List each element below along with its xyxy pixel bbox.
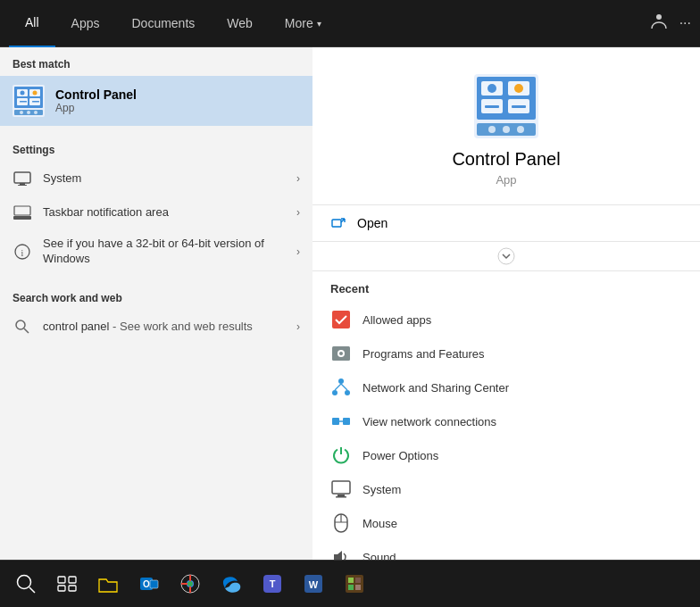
settings-section: Settings System › Taskbar notification a… (0, 126, 312, 274)
settings-item-taskbar[interactable]: Taskbar notification area › (0, 195, 312, 229)
list-item[interactable]: Network and Sharing Center (312, 370, 700, 404)
svg-rect-51 (332, 418, 339, 425)
search-web-item[interactable]: control panel - See work and web results… (0, 310, 312, 344)
recent-label: Recent (312, 282, 700, 303)
svg-rect-67 (58, 586, 65, 591)
tab-web[interactable]: Web (211, 0, 269, 47)
left-panel: Best match (0, 47, 312, 607)
list-item[interactable]: Power Options (312, 438, 700, 472)
taskbar-word-button[interactable]: W (295, 565, 332, 603)
svg-text:T: T (270, 578, 276, 589)
tab-apps[interactable]: Apps (55, 0, 116, 47)
svg-rect-66 (69, 577, 76, 583)
network-sharing-label: Network and Sharing Center (362, 381, 509, 395)
collapse-button[interactable] (312, 242, 700, 271)
allowed-apps-label: Allowed apps (362, 313, 431, 327)
taskbar-minecraft-button[interactable] (336, 565, 373, 603)
taskbar-search-button[interactable] (7, 565, 45, 603)
chevron-right-icon-3: › (296, 245, 300, 258)
search-web-section: Search work and web control panel - See … (0, 274, 312, 344)
list-item[interactable]: View network connections (312, 404, 700, 438)
svg-point-39 (517, 126, 524, 133)
taskbar: O T W (0, 560, 700, 607)
system-label-r: System (362, 483, 401, 496)
network-connections-icon (330, 411, 352, 432)
power-options-label: Power Options (362, 449, 438, 462)
system-icon (330, 478, 352, 500)
top-navigation: All Apps Documents Web More ▾ ··· (0, 0, 700, 47)
svg-rect-15 (14, 172, 30, 183)
svg-point-14 (34, 111, 38, 114)
bitness-label: See if you have a 32-bit or 64-bit versi… (43, 237, 296, 267)
tab-documents[interactable]: Documents (115, 0, 211, 47)
svg-point-33 (514, 84, 523, 93)
svg-rect-16 (20, 183, 25, 185)
svg-rect-19 (13, 216, 31, 220)
list-item[interactable]: Allowed apps (312, 303, 700, 337)
svg-rect-80 (348, 578, 354, 583)
nav-action-icons: ··· (651, 13, 691, 33)
svg-rect-68 (69, 586, 76, 591)
person-icon[interactable] (651, 13, 667, 33)
chevron-right-icon: › (296, 172, 300, 185)
recent-section: Recent Allowed apps Programs and Feature… (312, 271, 700, 607)
settings-item-bitness[interactable]: i See if you have a 32-bit or 64-bit ver… (0, 229, 312, 274)
svg-text:W: W (309, 579, 319, 590)
chevron-right-icon-2: › (296, 206, 300, 219)
svg-point-63 (18, 576, 31, 589)
taskbar-edge-button[interactable] (212, 565, 250, 603)
settings-label: Settings (0, 133, 312, 162)
svg-point-7 (21, 91, 25, 96)
svg-point-22 (16, 320, 25, 329)
list-item[interactable]: System (312, 472, 700, 506)
best-match-item[interactable]: Control Panel App (0, 76, 312, 126)
svg-rect-10 (32, 101, 39, 103)
tab-all[interactable]: All (9, 0, 55, 47)
svg-rect-18 (14, 206, 30, 215)
svg-point-47 (332, 390, 338, 395)
search-main: Best match (0, 47, 700, 607)
programs-icon (330, 343, 352, 364)
power-options-icon (330, 445, 352, 466)
svg-rect-52 (343, 418, 350, 425)
svg-point-12 (20, 111, 23, 114)
svg-rect-55 (338, 495, 345, 496)
open-button[interactable]: Open (312, 205, 700, 242)
list-item[interactable]: Programs and Features (312, 337, 700, 370)
svg-point-48 (345, 390, 350, 395)
svg-rect-34 (485, 105, 499, 108)
svg-rect-83 (355, 585, 361, 590)
control-panel-icon (12, 85, 45, 117)
chevron-right-icon-4: › (296, 320, 300, 333)
svg-rect-42 (332, 311, 350, 328)
svg-rect-65 (58, 577, 65, 583)
tab-more[interactable]: More ▾ (269, 0, 338, 47)
right-panel: Control Panel App Open Recent Allowed ap… (312, 47, 700, 607)
svg-point-46 (338, 378, 344, 384)
svg-rect-71 (150, 580, 158, 588)
network-sharing-icon (330, 377, 352, 398)
open-label: Open (357, 216, 388, 230)
svg-point-32 (488, 84, 496, 93)
list-item[interactable]: Mouse (312, 506, 700, 540)
svg-rect-40 (332, 220, 341, 227)
svg-rect-17 (18, 185, 27, 186)
taskbar-label: Taskbar notification area (43, 205, 296, 220)
programs-label: Programs and Features (362, 347, 485, 361)
taskbar-outlook-button[interactable]: O (130, 565, 168, 603)
ellipsis-icon[interactable]: ··· (679, 15, 691, 31)
taskbar-teams-button[interactable]: T (254, 565, 291, 603)
chevron-down-icon: ▾ (317, 19, 321, 29)
svg-text:i: i (21, 247, 24, 257)
mouse-icon (330, 512, 352, 534)
network-connections-label: View network connections (362, 415, 496, 428)
app-detail-title: Control Panel (452, 149, 560, 170)
settings-item-system[interactable]: System › (0, 162, 312, 195)
svg-rect-9 (20, 101, 27, 103)
taskbar-chrome-button[interactable] (171, 565, 209, 603)
taskbar-explorer-button[interactable] (89, 565, 127, 603)
app-detail-icon (474, 74, 538, 138)
svg-text:O: O (143, 579, 150, 589)
taskbar-task-view-button[interactable] (48, 565, 86, 603)
svg-line-50 (341, 384, 347, 390)
